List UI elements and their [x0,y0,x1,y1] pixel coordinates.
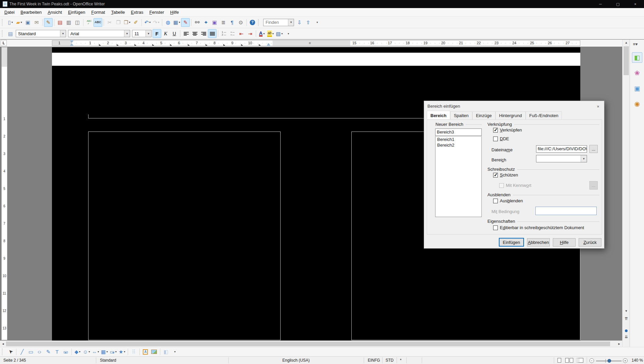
menu-datei[interactable]: Datei [1,8,17,16]
dropdown-arrow-icon[interactable]: ▾ [98,350,99,353]
align-center-button[interactable] [190,29,199,38]
toolbar-overflow-button[interactable]: ▾ [170,348,179,356]
format-paintbrush-button[interactable]: ✐ [131,18,140,27]
save-button[interactable]: ▣ [23,18,32,27]
dialog-tab-fu-endnoten[interactable]: Fuß-/Endnoten [526,111,562,120]
align-left-button[interactable] [182,29,190,38]
chevron-down-icon[interactable]: ▼ [581,155,587,162]
restore-button[interactable]: ▢ [609,0,627,8]
chevron-down-icon[interactable]: ▼ [288,19,294,26]
vertical-scrollbar[interactable]: ▲ ▼ ⇈ ⇊ [622,40,630,347]
menu-format[interactable]: Format [88,8,108,16]
help-button[interactable]: ? [248,18,257,27]
cancel-button[interactable]: Abbrechen [527,238,550,247]
scroll-down-button[interactable]: ▼ [623,308,630,314]
menu-bearbeiten[interactable]: Bearbeiten [17,8,45,16]
basic-shapes-button[interactable]: ◆▾ [73,348,82,356]
symbol-shapes-button[interactable]: ☺▾ [82,348,91,356]
chevron-down-icon[interactable]: ▼ [60,30,66,37]
book-view-button[interactable] [576,358,583,363]
bullet-list-button[interactable]: • ― • ― [228,29,237,38]
tab-stop-type-selector[interactable]: L [1,40,7,46]
multi-page-view-button[interactable] [565,358,569,363]
insert-button[interactable]: Einfügen [499,238,524,247]
undo-button[interactable]: ↶▾ [143,18,152,27]
dropdown-arrow-icon[interactable]: ▾ [273,32,274,35]
redo-button[interactable]: ↷▾ [152,18,161,27]
filename-input[interactable]: file:///C:/Users/DIVID/DOWI [536,145,587,153]
horizontal-scroll-thumb[interactable] [6,342,610,346]
decrease-indent-button[interactable]: ⇤ [237,29,246,38]
underline-button[interactable]: U [170,29,179,38]
open-button[interactable]: ▰▾ [15,18,23,27]
previous-page-button[interactable]: ⇈ [623,315,630,322]
edit-points-button[interactable]: ⠿ [129,348,138,356]
rectangle-tool-button[interactable]: ▭ [26,348,35,356]
sidebar-tab-navigator[interactable]: ◉ [632,99,642,109]
dropdown-arrow-icon[interactable]: ▾ [263,32,265,35]
hyperlink-button[interactable]: ◍ [164,18,172,27]
new-document-button[interactable]: ▯▾ [6,18,15,27]
single-page-view-button[interactable] [558,358,561,363]
navigator-button[interactable]: ✦ [201,18,210,27]
navigation-dot-button[interactable] [625,329,628,332]
background-color-button[interactable]: ▧▾ [275,29,284,38]
table-button[interactable]: ▦▾ [172,18,181,27]
scroll-right-button[interactable]: ► [616,341,622,347]
scroll-left-button[interactable]: ◄ [0,341,6,347]
menu-fenster[interactable]: Fenster [146,8,167,16]
menu-einfuegen[interactable]: Einfügen [65,8,88,16]
dropdown-arrow-icon[interactable]: ▾ [115,350,117,353]
toolbar-overflow-button[interactable]: ▾ [312,18,321,27]
linked-section-select[interactable]: ▼ [536,155,587,162]
toolbar-overflow-button[interactable]: ▾ [284,29,292,38]
vertical-ruler[interactable]: 12345678910111213 [1,47,7,340]
picture-from-file-button[interactable] [150,348,159,356]
minimize-button[interactable]: ─ [592,0,609,8]
formatting-marks-button[interactable]: ¶ [228,18,236,27]
dropdown-arrow-icon[interactable]: ▾ [11,21,13,24]
menu-ansicht[interactable]: Ansicht [45,8,65,16]
dropdown-arrow-icon[interactable]: ▾ [158,21,159,24]
with-password-checkbox[interactable]: Mit Kennwort [499,183,531,188]
dropdown-arrow-icon[interactable]: ▾ [129,21,130,24]
protect-checkbox[interactable]: Schützen [493,172,518,177]
condition-input[interactable] [535,207,597,215]
stars-button[interactable]: ★▾ [118,348,126,356]
email-button[interactable]: ✉ [32,18,41,27]
export-pdf-button[interactable]: ▤ [56,18,64,27]
styles-window-button[interactable]: ▤ [6,29,15,38]
dialog-tab-hintergrund[interactable]: Hintergrund [495,111,526,120]
menu-hilfe[interactable]: Hilfe [167,8,182,16]
link-checkbox[interactable]: Verknüpfen [493,127,522,133]
sidebar-menu-button[interactable]: ≡▾ [633,42,638,47]
flowchart-button[interactable]: ▦▾ [100,348,109,356]
bold-button[interactable]: F [153,29,161,38]
ellipse-tool-button[interactable]: ○ [35,348,44,356]
gallery-button[interactable]: ▣ [210,18,219,27]
draw-functions-button[interactable]: ✎ [181,18,190,27]
cut-button[interactable]: ✂ [105,18,114,27]
data-sources-button[interactable]: ≣ [219,18,228,27]
section-list[interactable]: Bereich1Bereich2 [435,136,482,217]
language-status[interactable]: Englisch (USA) [228,358,364,363]
zoom-button[interactable]: ⊙ [236,18,245,27]
select-tool-button[interactable]: ➤ [6,348,15,356]
toolbar-grip[interactable] [2,19,4,26]
spelling-button[interactable]: ABC ✓ [85,18,94,27]
toolbar-grip[interactable] [2,30,4,37]
vertical-scroll-thumb[interactable] [624,46,629,75]
highlighting-button[interactable]: ab▾ [266,29,275,38]
copy-button[interactable]: ❐ [114,18,123,27]
italic-button[interactable]: K [161,29,170,38]
horizontal-scrollbar[interactable]: ◄ ► [0,341,622,347]
zoom-in-button[interactable]: + [623,358,628,363]
dropdown-arrow-icon[interactable]: ▾ [124,350,125,353]
chevron-down-icon[interactable]: ▼ [124,30,130,37]
find-previous-button[interactable]: ⇧ [304,18,312,27]
page-style-status[interactable]: Standard [100,358,116,363]
freeform-line-button[interactable]: ✎ [44,348,53,356]
zoom-percentage-status[interactable]: 140 % [629,358,643,363]
password-browse-button[interactable]: ... [589,181,598,190]
text-box-button[interactable]: T [53,348,61,356]
